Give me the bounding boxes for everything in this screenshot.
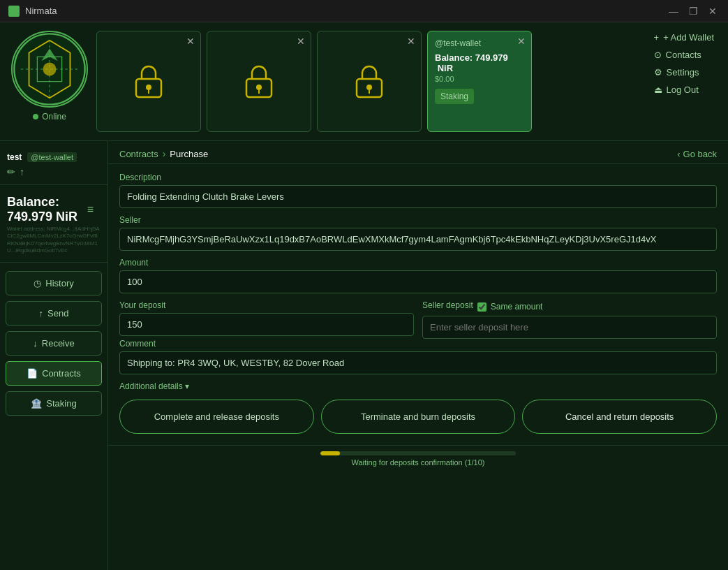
additional-details-toggle[interactable]: Additional details ▾ xyxy=(119,381,717,391)
comment-field: Comment xyxy=(119,339,717,374)
wallet-card-1[interactable]: ✕ xyxy=(96,31,201,132)
maximize-button[interactable]: ❐ xyxy=(686,4,700,18)
seller-field: Seller xyxy=(119,215,717,251)
title-bar: Nirmata — ❐ ✕ xyxy=(0,0,728,22)
description-label: Description xyxy=(119,173,717,182)
same-amount-label: Same amount xyxy=(491,302,543,312)
receive-button[interactable]: ↓ Receive xyxy=(6,331,103,356)
amount-input[interactable] xyxy=(119,270,717,293)
staking-label: Staking xyxy=(46,398,76,409)
app-body: Online ✕ ✕ xyxy=(0,22,728,570)
top-actions: + + Add Wallet ⊙ Contacts ⚙ Settings ⏏ L… xyxy=(651,31,717,96)
send-icon: ↑ xyxy=(39,308,44,319)
lock-icon-1 xyxy=(128,59,170,103)
comment-label: Comment xyxy=(119,339,717,349)
seller-input[interactable] xyxy=(119,228,717,251)
add-wallet-button[interactable]: + + Add Wallet xyxy=(651,31,717,44)
logout-button[interactable]: ⏏ Log Out xyxy=(651,83,701,96)
staking-icon: 🏦 xyxy=(31,398,42,409)
comment-input[interactable] xyxy=(119,351,717,374)
same-amount-checkbox[interactable] xyxy=(477,302,486,312)
active-wallet-card[interactable]: ✕ @test-wallet Balance: 749.979 NiR $0.0… xyxy=(427,31,532,132)
sidebar: test @test-wallet ✏ ↑ Balance: 749.979 N… xyxy=(0,141,108,570)
app-icon xyxy=(8,6,20,17)
account-tabs: test @test-wallet xyxy=(7,152,101,162)
balance-display: Balance: 749.979 NiR ≡ Wallet address: N… xyxy=(0,191,107,263)
svg-point-11 xyxy=(256,85,262,90)
cancel-return-button[interactable]: Cancel and return deposits xyxy=(522,400,717,434)
close-wallet-2-icon[interactable]: ✕ xyxy=(297,36,305,47)
close-wallet-3-icon[interactable]: ✕ xyxy=(407,36,415,47)
wallet-card-3[interactable]: ✕ xyxy=(317,31,422,132)
wallet-balance-display: Balance: 749.979 NiR xyxy=(435,52,524,73)
close-active-wallet-icon[interactable]: ✕ xyxy=(517,36,526,47)
breadcrumb: Contracts › Purchase xyxy=(119,148,208,159)
send-label: Send xyxy=(47,308,68,319)
edit-account-button[interactable]: ✏ xyxy=(7,166,15,177)
settings-label: Settings xyxy=(667,67,699,78)
svg-point-5 xyxy=(43,63,57,76)
window-controls: — ❐ ✕ xyxy=(667,4,720,18)
receive-label: Receive xyxy=(42,338,75,349)
contracts-button[interactable]: 📄 Contracts xyxy=(6,361,103,386)
settings-icon: ⚙ xyxy=(654,67,662,78)
your-deposit-col: Your deposit xyxy=(119,300,414,336)
logo-column: Online xyxy=(11,31,88,122)
history-button[interactable]: ◷ History xyxy=(6,271,103,295)
account-bar: test @test-wallet ✏ ↑ xyxy=(0,148,107,185)
logout-icon: ⏏ xyxy=(654,85,662,95)
seller-deposit-col: Seller deposit Same amount xyxy=(422,300,717,339)
main-content: test @test-wallet ✏ ↑ Balance: 749.979 N… xyxy=(0,141,728,570)
progress-bar-fill xyxy=(320,451,340,455)
settings-button[interactable]: ⚙ Settings xyxy=(651,66,702,79)
account-tag-wallet[interactable]: @test-wallet xyxy=(27,152,77,162)
terminate-burn-button[interactable]: Terminate and burn deposits xyxy=(321,400,516,434)
contracts-icon: 📄 xyxy=(27,368,38,379)
lock-icon-3 xyxy=(348,59,390,103)
send-button[interactable]: ↑ Send xyxy=(6,301,103,326)
staking-button[interactable]: 🏦 Staking xyxy=(6,391,103,416)
close-wallet-1-icon[interactable]: ✕ xyxy=(186,36,195,47)
history-label: History xyxy=(45,278,73,288)
complete-release-button[interactable]: Complete and release deposits xyxy=(119,400,314,434)
svg-point-8 xyxy=(146,85,151,90)
your-deposit-input[interactable] xyxy=(119,313,414,336)
online-dot xyxy=(33,114,38,119)
account-tab-test[interactable]: test xyxy=(7,152,22,162)
svg-point-14 xyxy=(366,85,372,90)
contacts-label: Contacts xyxy=(666,50,701,60)
minimize-button[interactable]: — xyxy=(667,4,681,18)
seller-deposit-label: Seller deposit xyxy=(422,300,473,310)
seller-label: Seller xyxy=(119,215,717,225)
online-badge: Online xyxy=(33,112,66,122)
additional-details-label: Additional details ▾ xyxy=(119,381,189,391)
online-label: Online xyxy=(42,112,66,122)
top-section: Online ✕ ✕ xyxy=(0,22,728,141)
filter-icon[interactable]: ≡ xyxy=(87,203,101,216)
seller-deposit-input[interactable] xyxy=(422,316,717,339)
progress-bar-container xyxy=(320,451,516,455)
add-wallet-icon: + xyxy=(654,32,660,43)
wallet-staking: Staking xyxy=(435,89,474,104)
contacts-button[interactable]: ⊙ Contacts xyxy=(651,48,704,61)
contracts-label: Contracts xyxy=(42,368,81,379)
same-amount-row: Seller deposit Same amount xyxy=(422,300,717,313)
amount-label: Amount xyxy=(119,258,717,268)
go-back-label: Go back xyxy=(683,149,717,159)
go-back-button[interactable]: ‹ Go back xyxy=(677,149,717,159)
breadcrumb-root[interactable]: Contracts xyxy=(119,149,158,159)
status-text: Waiting for deposits confirmation (1/10) xyxy=(352,458,485,467)
description-input[interactable] xyxy=(119,185,717,208)
deposits-row: Your deposit Seller deposit Same amount xyxy=(119,300,717,339)
account-icons: ✏ ↑ xyxy=(7,166,101,177)
breadcrumb-separator: › xyxy=(163,148,166,159)
lock-icon-2 xyxy=(238,59,280,103)
breadcrumb-current: Purchase xyxy=(170,149,208,159)
breadcrumb-bar: Contracts › Purchase ‹ Go back xyxy=(108,141,728,164)
wallet-card-2[interactable]: ✕ xyxy=(207,31,311,132)
export-account-button[interactable]: ↑ xyxy=(20,166,24,177)
content-area: Contracts › Purchase ‹ Go back Descripti… xyxy=(108,141,728,570)
contacts-icon: ⊙ xyxy=(654,50,662,60)
close-button[interactable]: ✕ xyxy=(706,4,720,18)
amount-field: Amount xyxy=(119,258,717,293)
